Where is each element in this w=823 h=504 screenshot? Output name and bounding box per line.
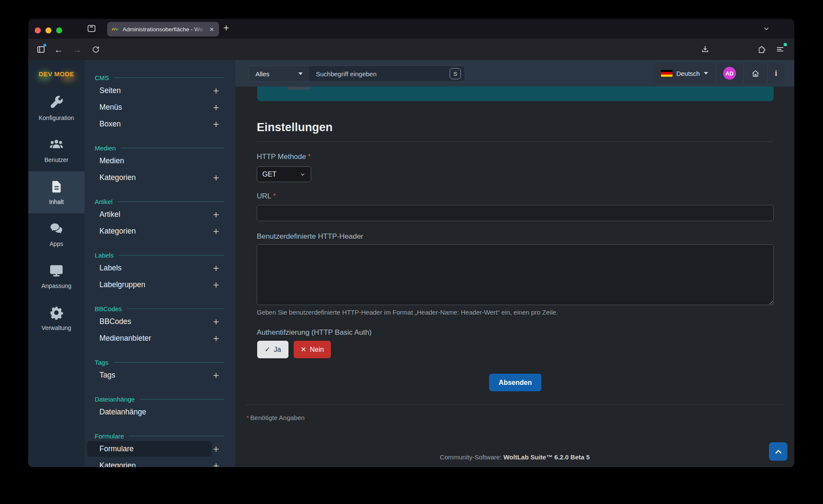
add-button[interactable]: + <box>213 262 219 274</box>
woltlab-favicon-icon <box>111 25 119 33</box>
scroll-to-top-button[interactable] <box>769 442 787 461</box>
browser-window: Administrationsoberfläche - Wo × + ← → <box>28 19 794 467</box>
sidebar-toggle-icon[interactable] <box>34 43 47 56</box>
sidebar-item-verwaltung[interactable]: Verwaltung <box>28 297 84 339</box>
tab-overview-icon[interactable] <box>86 24 97 34</box>
menu-section-title: Medien <box>95 144 224 153</box>
search-input[interactable] <box>309 66 465 81</box>
required-note: *Benötigte Angaben <box>246 414 305 421</box>
menu-item[interactable]: Labels+ <box>84 260 235 276</box>
add-button[interactable]: + <box>213 172 219 184</box>
menu-section-bbcodes: BBCodes BBCodes+ Medienanbieter+ <box>84 304 235 347</box>
menu-notification-dot <box>784 43 787 46</box>
form-page: Einstellungen HTTP Methode* GET URL* Ben… <box>235 87 794 467</box>
back-button[interactable]: ← <box>52 43 65 56</box>
browser-tab[interactable]: Administrationsoberfläche - Wo × <box>107 22 219 36</box>
forward-button[interactable]: → <box>71 43 84 56</box>
auth-no-button[interactable]: ✕Nein <box>294 341 331 358</box>
menu-item[interactable]: Seiten+ <box>84 82 235 99</box>
reload-button[interactable] <box>89 43 102 56</box>
devmode-badge[interactable]: DEV MODE <box>28 60 84 87</box>
menu-item[interactable]: Kategorien+ <box>84 223 235 240</box>
menu-item[interactable]: Menüs+ <box>84 99 235 116</box>
menu-item[interactable]: Boxen+ <box>84 116 235 132</box>
http-headers-textarea[interactable] <box>257 244 774 305</box>
menu-item[interactable]: Labelgruppen+ <box>84 276 235 293</box>
language-selector[interactable]: Deutsch <box>654 63 715 83</box>
devmode-label: DEV MODE <box>39 70 74 78</box>
menu-item[interactable]: Dateianhänge <box>84 404 235 420</box>
browser-toolbar: ← → http://localhost/woltlab62/acp/index… <box>28 39 794 60</box>
search-scope-value: Alles <box>255 70 270 78</box>
add-button[interactable]: + <box>213 118 219 130</box>
wrench-icon <box>49 96 63 110</box>
chevron-down-icon <box>298 72 303 75</box>
form-footer-divider <box>246 405 783 405</box>
tab-title: Administrationsoberfläche - Wo <box>123 26 209 33</box>
add-button[interactable]: + <box>213 443 219 455</box>
menu-item[interactable]: Medienanbieter+ <box>84 330 235 347</box>
add-button[interactable]: + <box>213 369 219 381</box>
add-button[interactable]: + <box>213 102 219 114</box>
add-button[interactable]: + <box>213 225 219 237</box>
http-headers-label: Benutzerdefinierte HTTP-Header <box>257 232 363 241</box>
new-tab-button[interactable]: + <box>223 22 229 34</box>
downloads-icon[interactable] <box>699 43 712 56</box>
add-button[interactable]: + <box>213 460 219 468</box>
info-menu[interactable]: i <box>767 63 784 83</box>
menu-item[interactable]: Kategorien+ <box>84 169 235 186</box>
submit-button[interactable]: Absenden <box>489 374 541 391</box>
add-button[interactable]: + <box>213 85 219 97</box>
http-headers-hint: Geben Sie benutzerdefinierte HTTP-Header… <box>257 309 558 316</box>
desktop-icon <box>49 264 63 278</box>
sidebar-item-benutzer[interactable]: Benutzer <box>28 129 84 171</box>
menu-section-title: Dateianhänge <box>95 395 224 404</box>
sidebar-item-label: Anpassung <box>41 282 71 289</box>
add-button[interactable]: + <box>213 279 219 291</box>
menu-item[interactable]: Artikel+ <box>84 206 235 223</box>
sidebar-item-inhalt[interactable]: Inhalt <box>28 171 84 213</box>
sidebar-item-label: Verwaltung <box>42 324 71 331</box>
auth-yes-button[interactable]: ✓Ja <box>257 341 288 358</box>
menu-icon[interactable] <box>774 43 787 56</box>
user-menu[interactable]: AD <box>715 63 743 83</box>
notification-dot <box>43 44 46 47</box>
german-flag-icon <box>661 70 673 77</box>
search-input-wrap: S <box>309 66 465 81</box>
url-input[interactable] <box>257 205 774 221</box>
tab-list-chevron-icon[interactable] <box>763 25 770 33</box>
http-method-select[interactable]: GET <box>257 166 311 182</box>
minimize-window-button[interactable] <box>45 27 51 33</box>
menu-item[interactable]: Medien <box>84 153 235 169</box>
zoom-window-button[interactable] <box>56 27 62 33</box>
search-scope-select[interactable]: Alles <box>249 66 309 81</box>
sidebar-item-apps[interactable]: Apps <box>28 213 84 255</box>
add-button[interactable]: + <box>213 209 219 221</box>
menu-item[interactable]: Tags+ <box>84 367 235 384</box>
avatar[interactable]: AD <box>723 67 736 80</box>
acp-app: DEV MODE Konfiguration Benutzer Inhalt A… <box>28 60 794 467</box>
menu-item[interactable]: BBCodes+ <box>84 313 235 330</box>
acp-topbar: Alles S Deutsch <box>235 60 794 87</box>
add-button[interactable]: + <box>213 333 219 345</box>
sidebar-item-anpassung[interactable]: Anpassung <box>28 255 84 297</box>
success-banner-fragment <box>257 87 774 101</box>
menu-item[interactable]: Kategorien+ <box>84 457 235 467</box>
menu-section-cms: CMS Seiten+ Menüs+ Boxen+ <box>84 73 235 132</box>
extensions-icon[interactable] <box>755 43 768 56</box>
menu-section-artikel: Artikel Artikel+ Kategorien+ <box>84 197 235 240</box>
section-divider <box>257 141 774 142</box>
required-asterisk: * <box>308 153 311 161</box>
menu-section-tags: Tags Tags+ <box>84 358 235 384</box>
tab-close-button[interactable]: × <box>209 26 215 33</box>
add-button[interactable]: + <box>213 316 219 328</box>
frontend-link[interactable] <box>743 63 767 83</box>
auth-label: Authentifzierung (HTTP Basic Auth) <box>257 328 372 337</box>
required-asterisk: * <box>246 414 249 421</box>
menu-section-title: Labels <box>95 251 224 260</box>
screen: Administrationsoberfläche - Wo × + ← → <box>0 0 823 504</box>
sidebar-item-label: Benutzer <box>44 156 68 163</box>
close-window-button[interactable] <box>35 27 41 33</box>
sidebar-item-konfiguration[interactable]: Konfiguration <box>28 87 84 129</box>
menu-item-active[interactable]: Formulare+ <box>84 441 235 457</box>
